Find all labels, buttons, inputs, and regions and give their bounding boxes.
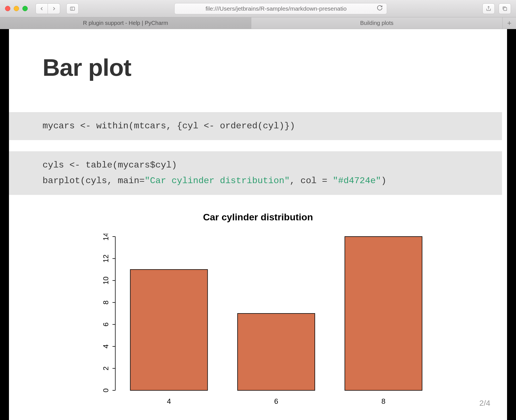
forward-button[interactable] [48,3,60,14]
plus-icon: + [507,19,511,27]
bar-chart: 02468101214468 [62,234,454,413]
code-block-1: mycars <- within(mtcars, {cyl <- ordered… [9,112,502,140]
chart-container: Car cylinder distribution 02468101214468 [43,212,473,413]
sidebar-toggle-button[interactable] [66,3,79,14]
url-text: file:///Users/jetbrains/R-samples/markdo… [179,5,374,12]
maximize-window-button[interactable] [22,6,28,11]
address-bar[interactable]: file:///Users/jetbrains/R-samples/markdo… [174,3,387,14]
svg-text:4: 4 [102,345,110,348]
svg-rect-25 [345,237,422,390]
toolbar-right [482,3,511,14]
new-tab-button[interactable]: + [503,17,516,29]
presentation-slide[interactable]: Bar plot mycars <- within(mtcars, {cyl <… [9,29,507,420]
svg-text:14: 14 [102,234,110,240]
svg-text:8: 8 [381,397,385,405]
tab-r-plugin-help[interactable]: R plugin support - Help | PyCharm [0,17,251,29]
tab-label: Building plots [360,20,393,26]
chevron-right-icon [51,6,57,11]
address-bar-container: file:///Users/jetbrains/R-samples/markdo… [83,3,479,14]
tab-label: R plugin support - Help | PyCharm [83,20,168,26]
chevron-left-icon [39,6,44,11]
svg-text:6: 6 [102,322,110,326]
nav-buttons [36,3,60,14]
content-area: Bar plot mycars <- within(mtcars, {cyl <… [0,29,516,420]
code-text: , col = [290,176,333,186]
svg-text:0: 0 [102,388,110,392]
reload-button[interactable] [377,5,383,13]
code-text: ) [381,176,386,186]
svg-text:8: 8 [102,300,110,304]
svg-text:4: 4 [167,397,171,405]
minimize-window-button[interactable] [14,6,19,11]
svg-text:12: 12 [102,254,110,263]
share-icon [486,6,491,11]
code-string: "Car cylinder distribution" [145,176,290,186]
code-text: mycars <- within(mtcars, {cyl <- ordered… [43,121,295,131]
share-button[interactable] [482,3,495,14]
window-controls [5,6,28,11]
show-tabs-button[interactable] [499,3,511,14]
svg-rect-21 [130,270,208,390]
svg-text:6: 6 [274,397,278,405]
titlebar: file:///Users/jetbrains/R-samples/markdo… [0,0,516,17]
svg-text:2: 2 [102,366,110,370]
slide-title: Bar plot [43,54,473,81]
svg-rect-0 [71,7,75,10]
chart-title: Car cylinder distribution [43,212,473,223]
svg-text:10: 10 [102,277,110,285]
code-block-2: cyls <- table(mycars$cyl) barplot(cyls, … [9,151,502,195]
svg-rect-23 [238,313,315,390]
svg-rect-3 [504,7,507,10]
sidebar-icon [70,6,75,11]
browser-window: file:///Users/jetbrains/R-samples/markdo… [0,0,516,420]
code-string: "#d4724e" [333,176,381,186]
reload-icon [377,5,383,11]
back-button[interactable] [36,3,48,14]
tab-strip: R plugin support - Help | PyCharm Buildi… [0,17,516,29]
close-window-button[interactable] [5,6,10,11]
page-indicator: 2/4 [479,399,490,408]
tab-building-plots[interactable]: Building plots [251,17,503,29]
tabs-icon [502,6,508,11]
